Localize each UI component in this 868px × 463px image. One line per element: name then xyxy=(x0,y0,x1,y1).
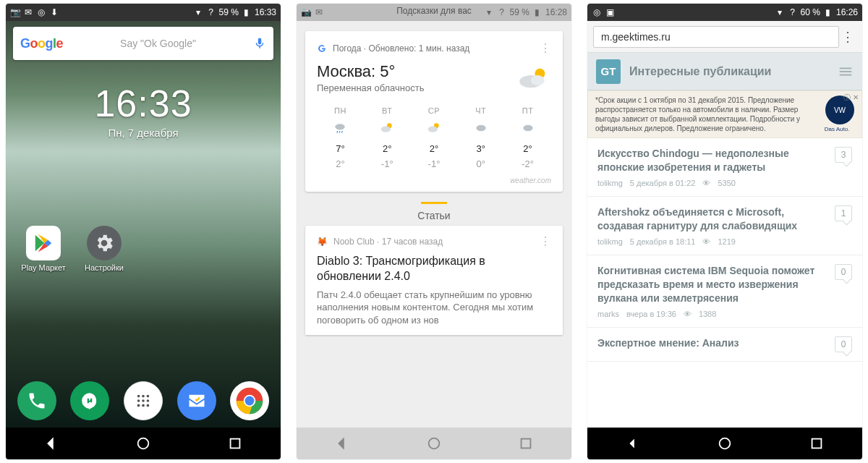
svg-rect-13 xyxy=(230,439,239,449)
post-author[interactable]: tolikmg xyxy=(597,179,623,187)
weather-city-temp: Москва: 5° xyxy=(317,62,424,81)
dock-chrome[interactable] xyxy=(230,381,269,420)
comments-badge[interactable]: 0 xyxy=(835,264,852,280)
browser-menu-icon[interactable]: ⋮ xyxy=(839,29,856,45)
svg-point-0 xyxy=(137,395,140,398)
weather-condition: Переменная облачность xyxy=(317,82,424,93)
comments-badge[interactable]: 0 xyxy=(835,336,852,352)
site-logo[interactable]: GT xyxy=(596,59,621,84)
weather-card[interactable]: Погода · Обновлено: 1 мин. назад ⋮ Москв… xyxy=(305,31,563,192)
forecast-day[interactable]: ЧТ 3° 0° xyxy=(460,106,501,169)
gmail-icon: ✉ xyxy=(314,7,324,17)
partly-cloudy-icon xyxy=(380,121,394,135)
site-title: Интересные публикации xyxy=(629,65,771,78)
nav-recent-icon[interactable] xyxy=(518,436,534,451)
nav-home-icon[interactable] xyxy=(717,436,733,451)
dock-phone[interactable] xyxy=(17,381,56,420)
url-bar[interactable]: m.geektimes.ru xyxy=(593,26,839,48)
nav-back-icon[interactable] xyxy=(625,436,641,451)
phone-google-now: Подсказки для вас 📷 ✉ ▾ ? 59 % ▮ 16:28 П… xyxy=(297,4,571,459)
svg-rect-28 xyxy=(840,74,852,75)
clock-time: 16:33 xyxy=(6,82,281,125)
nav-home-icon[interactable] xyxy=(135,436,151,451)
list-item[interactable]: Когнитивная система IBM Sequoia поможет … xyxy=(587,255,862,328)
dock-inbox[interactable] xyxy=(177,381,216,420)
svg-point-16 xyxy=(531,75,545,85)
forecast-day[interactable]: ПН 7° 2° xyxy=(320,106,361,169)
partly-cloudy-icon xyxy=(515,64,551,93)
status-bar: 📷 ✉ ▾ ? 59 % ▮ 16:28 xyxy=(297,4,571,21)
battery-icon: ▮ xyxy=(823,7,833,17)
svg-point-2 xyxy=(147,395,150,398)
app-settings[interactable]: Настройки xyxy=(81,226,127,272)
ad-banner[interactable]: *Срок акции с 1 октября по 31 декабря 20… xyxy=(587,90,862,138)
list-item[interactable]: Aftershokz объединяется с Microsoft, соз… xyxy=(587,197,862,255)
app-play-store[interactable]: Play Маркет xyxy=(20,226,67,272)
play-store-icon xyxy=(26,226,61,260)
svg-point-7 xyxy=(142,404,145,407)
phone-browser: ◎ ▣ ▾ ? 60 % ▮ 16:26 m.geektimes.ru ⋮ GT… xyxy=(587,4,862,459)
wallpaper[interactable]: Google Say "Ok Google" 16:33 Пн, 7 декаб… xyxy=(6,21,281,428)
nav-recent-icon[interactable] xyxy=(227,436,243,451)
list-item[interactable]: Экспертное мнение: Анализ 0 xyxy=(587,328,862,362)
article-card[interactable]: 🦊 Noob Club · 17 часов назад ⋮ Diablo 3:… xyxy=(305,226,563,335)
help-icon: ? xyxy=(497,7,507,17)
svg-point-1 xyxy=(142,395,145,398)
list-item[interactable]: Искусство Chindogu — недополезные японск… xyxy=(587,138,862,197)
dock-hangouts[interactable] xyxy=(70,381,109,420)
mic-icon[interactable] xyxy=(253,37,266,50)
eye-icon: 👁 xyxy=(684,310,692,318)
feed-tab[interactable]: Статьи xyxy=(297,202,571,221)
download-icon: ⬇ xyxy=(49,7,59,17)
battery-text: 59 % xyxy=(510,7,529,17)
nav-back-icon[interactable] xyxy=(334,436,350,451)
app-label: Настройки xyxy=(81,263,127,272)
chrome-icon: ◎ xyxy=(592,7,602,17)
weather-source[interactable]: weather.com xyxy=(317,177,551,184)
webpage[interactable]: GT Интересные публикации *Срок акции с 1… xyxy=(587,53,862,428)
ad-brand: Das Auto. xyxy=(820,126,854,133)
clock-widget[interactable]: 16:33 Пн, 7 декабря xyxy=(6,82,281,139)
svg-point-24 xyxy=(429,438,440,449)
google-search-widget[interactable]: Google Say "Ok Google" xyxy=(13,27,273,60)
help-icon: ? xyxy=(206,7,216,17)
post-title: Искусство Chindogu — недополезные японск… xyxy=(597,147,827,174)
wifi-icon: ▾ xyxy=(775,7,785,17)
nav-home-icon[interactable] xyxy=(426,436,442,451)
clock-date: Пн, 7 декабря xyxy=(6,127,281,139)
nav-bar xyxy=(6,428,281,459)
forecast-day[interactable]: ВТ 2° -1° xyxy=(367,106,408,169)
comments-badge[interactable]: 1 xyxy=(835,205,852,221)
svg-point-11 xyxy=(245,396,255,406)
hamburger-icon[interactable] xyxy=(838,64,854,80)
more-icon[interactable]: ⋮ xyxy=(540,41,551,55)
post-title: Aftershokz объединяется с Microsoft, соз… xyxy=(597,205,827,233)
tab-label: Статьи xyxy=(297,210,571,221)
nav-bar xyxy=(297,428,571,459)
status-time: 16:33 xyxy=(255,7,276,17)
svg-point-8 xyxy=(147,404,150,407)
nav-back-icon[interactable] xyxy=(43,436,59,451)
eye-icon: 👁 xyxy=(702,179,710,187)
battery-text: 59 % xyxy=(219,7,239,17)
svg-point-4 xyxy=(142,399,145,402)
post-date: 5 декабря в 18:11 xyxy=(630,237,696,246)
forecast-day[interactable]: ПТ 2° -2° xyxy=(507,106,548,169)
settings-icon xyxy=(87,226,122,260)
image-icon: ▣ xyxy=(605,7,615,17)
svg-rect-26 xyxy=(840,67,852,69)
now-feed[interactable]: Погода · Обновлено: 1 мин. назад ⋮ Москв… xyxy=(297,21,571,428)
nav-recent-icon[interactable] xyxy=(809,436,825,451)
post-author[interactable]: marks xyxy=(597,310,619,318)
svg-rect-25 xyxy=(521,439,530,449)
dock-app-drawer[interactable] xyxy=(124,381,163,420)
forecast-day[interactable]: СР 2° -1° xyxy=(414,106,455,169)
more-icon[interactable]: ⋮ xyxy=(540,234,551,248)
post-views: 5350 xyxy=(718,179,735,187)
svg-point-3 xyxy=(137,399,140,402)
post-author[interactable]: tolikmg xyxy=(597,237,623,246)
camera-icon: 📷 xyxy=(10,7,20,17)
ad-close-icon[interactable]: ⓘ ✕ xyxy=(843,93,859,102)
comments-badge[interactable]: 3 xyxy=(835,147,852,163)
post-views: 1388 xyxy=(699,310,716,318)
